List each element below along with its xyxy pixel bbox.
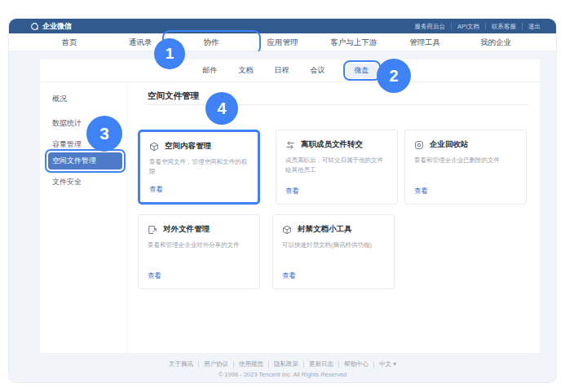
footer: 关于腾讯 用户协议 使用规范 隐私政策 更新日志 帮助中心 中文 ▾ © 199… (9, 361, 556, 378)
main-panel: 邮件 文档 日程 会议 微盘 概况 数据统计 容量管理 空间文件管理 (40, 59, 540, 353)
topbar-link-service-provider[interactable]: 服务商后台 (408, 23, 451, 30)
sidebar-item-space-file-management-label: 空间文件管理 (52, 156, 96, 165)
tab-drive[interactable]: 微盘 (347, 64, 377, 78)
card-enterprise-recycle-bin[interactable]: 企业回收站 查看和管理全企业已删除的文件 查看 (404, 130, 527, 205)
card-description: 可以快速封禁文档(腾讯特供功能) (282, 240, 385, 250)
view-link[interactable]: 查看 (149, 185, 163, 195)
content-area: 空间文件管理 空间内容管理 (127, 82, 540, 353)
footer-links: 关于腾讯 用户协议 使用规范 隐私政策 更新日志 帮助中心 中文 ▾ (9, 361, 556, 368)
nav-item-my-enterprise[interactable]: 我的企业 (461, 33, 532, 51)
card-description: 查看空间文件，管理空间和文件的权限 (149, 157, 249, 176)
annotation-step-1: 1 (154, 38, 185, 69)
tab-docs[interactable]: 文档 (239, 65, 254, 76)
view-link[interactable]: 查看 (282, 271, 296, 281)
card-title: 企业回收站 (430, 139, 469, 150)
main-nav: 首页 通讯录 协作 应用管理 客户与上下游 管理工具 我的企业 (9, 33, 556, 51)
card-ban-doc-tool[interactable]: 封禁文档小工具 可以快速封禁文档(腾讯特供功能) 查看 (272, 214, 395, 289)
card-description: 查看和管理全企业已删除的文件 (414, 156, 517, 165)
subnav-tabs: 邮件 文档 日程 会议 微盘 (40, 59, 540, 82)
copyright-text: © 1998 - 2023 Tencent Inc. All Rights Re… (9, 371, 556, 378)
card-space-content-management[interactable]: 空间内容管理 查看空间文件，管理空间和文件的权限 查看 (138, 130, 260, 205)
tab-drive-label: 微盘 (355, 66, 369, 74)
sidebar-item-space-file-management[interactable]: 空间文件管理 (48, 152, 122, 170)
cube-icon (149, 142, 159, 152)
view-link[interactable]: 查看 (414, 187, 428, 196)
tab-meeting[interactable]: 会议 (311, 65, 325, 76)
logo-text: 企业微信 (42, 21, 72, 32)
footer-link-usage-rules[interactable]: 使用规范 (233, 361, 268, 368)
footer-link-help-center[interactable]: 帮助中心 (338, 361, 373, 368)
nav-item-customers-upstream-downstream[interactable]: 客户与上下游 (318, 33, 389, 51)
wechat-work-logo[interactable]: 企业微信 (30, 21, 72, 32)
nav-item-admin-tools[interactable]: 管理工具 (389, 33, 460, 51)
footer-link-about-tencent[interactable]: 关于腾讯 (164, 361, 198, 368)
footer-link-changelog[interactable]: 更新日志 (303, 361, 338, 368)
recycle-bin-icon (414, 140, 424, 150)
sidebar-item-overview[interactable]: 概况 (40, 94, 126, 104)
topbar-link-contact-support[interactable]: 联系客服 (485, 23, 522, 30)
page: 企业微信 服务商后台 API文档 联系客服 退出 首页 通讯录 协作 应用管理 … (0, 0, 565, 392)
footer-link-privacy-policy[interactable]: 隐私政策 (268, 361, 303, 368)
footer-link-user-agreement[interactable]: 用户协议 (198, 361, 233, 368)
annotation-step-3: 3 (86, 116, 122, 152)
nav-item-app-management[interactable]: 应用管理 (247, 33, 318, 51)
card-title: 离职成员文件转交 (301, 139, 363, 150)
page-title: 空间文件管理 (148, 90, 199, 102)
title-divider (148, 104, 529, 105)
topbar-link-logout[interactable]: 退出 (522, 23, 546, 30)
card-title: 对外文件管理 (163, 224, 210, 235)
external-file-icon (148, 225, 157, 235)
tab-mail[interactable]: 邮件 (203, 65, 218, 76)
wechat-work-logo-icon (30, 22, 39, 31)
view-link[interactable]: 查看 (285, 187, 299, 196)
transfer-icon (285, 140, 295, 150)
view-link[interactable]: 查看 (148, 271, 161, 281)
admin-console-screenshot: 企业微信 服务商后台 API文档 联系客服 退出 首页 通讯录 协作 应用管理 … (8, 18, 557, 383)
card-title: 封禁文档小工具 (298, 224, 352, 235)
sidebar-item-file-security[interactable]: 文件安全 (40, 177, 126, 187)
topbar-link-api-docs[interactable]: API文档 (451, 23, 485, 30)
card-description: 查看和管理全企业对外分享的文件 (148, 240, 250, 250)
card-title: 空间内容管理 (165, 141, 211, 152)
topbar-links: 服务商后台 API文档 联系客服 退出 (408, 23, 546, 30)
card-departed-member-file-transfer[interactable]: 离职成员文件转交 成员离职后，可转交归属于他的文件给其他员工 查看 (276, 130, 398, 205)
cube-icon (282, 225, 292, 235)
tab-calendar[interactable]: 日程 (275, 65, 289, 76)
card-external-file-management[interactable]: 对外文件管理 查看和管理全企业对外分享的文件 查看 (138, 214, 260, 289)
language-selector[interactable]: 中文 ▾ (373, 361, 401, 368)
content-background: 邮件 文档 日程 会议 微盘 概况 数据统计 容量管理 空间文件管理 (9, 51, 556, 383)
nav-item-home[interactable]: 首页 (33, 33, 104, 51)
card-description: 成员离职后，可转交归属于他的文件给其他员工 (285, 156, 388, 174)
topbar: 企业微信 服务商后台 API文档 联系客服 退出 (9, 19, 556, 33)
nav-item-collaboration[interactable]: 协作 (176, 33, 247, 51)
annotation-step-2: 2 (377, 59, 411, 93)
annotation-step-4: 4 (205, 92, 238, 125)
nav-item-collaboration-label: 协作 (204, 37, 219, 46)
